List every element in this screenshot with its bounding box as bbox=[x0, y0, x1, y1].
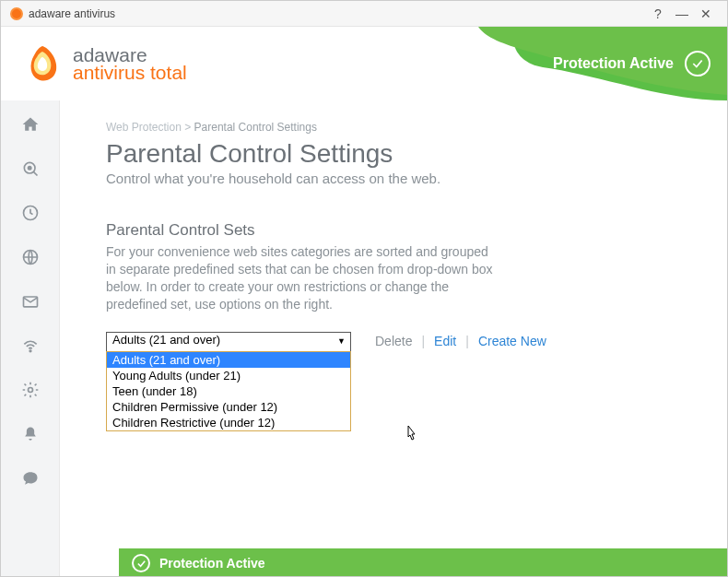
app-icon bbox=[10, 7, 23, 20]
logo-icon bbox=[21, 42, 64, 85]
sets-title: Parental Control Sets bbox=[106, 221, 681, 240]
help-button[interactable]: ? bbox=[646, 6, 670, 21]
preset-dropdown[interactable]: Adults (21 and over) Adults (21 and over… bbox=[106, 332, 351, 352]
delete-action[interactable]: Delete bbox=[375, 334, 412, 348]
sidebar bbox=[1, 100, 60, 577]
brand-line2: antivirus total bbox=[73, 63, 187, 82]
action-sep-1: | bbox=[421, 334, 425, 348]
minimize-button[interactable]: — bbox=[670, 6, 694, 21]
sets-section: Parental Control Sets For your convenien… bbox=[106, 221, 681, 352]
breadcrumb-parent[interactable]: Web Protection bbox=[106, 121, 182, 134]
clock-icon[interactable] bbox=[21, 204, 40, 222]
checkmark-icon bbox=[132, 554, 150, 572]
dropdown-option-0[interactable]: Adults (21 and over) bbox=[107, 352, 350, 368]
page-title: Parental Control Settings bbox=[106, 139, 681, 169]
preset-actions: Delete | Edit | Create New bbox=[375, 334, 546, 348]
action-sep-2: | bbox=[465, 334, 469, 348]
svg-line-1 bbox=[33, 171, 37, 175]
checkmark-icon bbox=[685, 51, 710, 77]
dropdown-option-2[interactable]: Teen (under 18) bbox=[107, 383, 350, 399]
content-area: Web Protection > Parental Control Settin… bbox=[60, 100, 727, 577]
edit-action[interactable]: Edit bbox=[434, 334, 456, 348]
close-button[interactable]: ✕ bbox=[694, 6, 718, 21]
footer-status-label: Protection Active bbox=[159, 556, 265, 571]
page-subtitle: Control what you're household can access… bbox=[106, 171, 681, 186]
svg-point-2 bbox=[28, 167, 30, 170]
svg-point-7 bbox=[28, 388, 32, 393]
dropdown-list: Adults (21 and over) Young Adults (under… bbox=[106, 351, 351, 431]
svg-point-6 bbox=[29, 350, 31, 352]
breadcrumb-sep: > bbox=[184, 121, 191, 134]
chat-icon[interactable] bbox=[21, 469, 40, 488]
controls-row: Adults (21 and over) Adults (21 and over… bbox=[106, 332, 681, 352]
title-bar: adaware antivirus ? — ✕ bbox=[1, 1, 727, 27]
dropdown-button[interactable]: Adults (21 and over) bbox=[106, 332, 351, 352]
home-icon[interactable] bbox=[21, 115, 40, 134]
create-new-action[interactable]: Create New bbox=[478, 334, 546, 348]
protection-status-header: Protection Active bbox=[553, 51, 710, 77]
window-title: adaware antivirus bbox=[29, 7, 115, 20]
dropdown-option-1[interactable]: Young Adults (under 21) bbox=[107, 368, 350, 383]
sets-desc: For your convenience web sites categorie… bbox=[106, 243, 493, 313]
settings-icon[interactable] bbox=[21, 381, 40, 399]
dropdown-option-4[interactable]: Children Restrictive (under 12) bbox=[107, 415, 350, 430]
footer-status: Protection Active bbox=[119, 548, 727, 577]
globe-icon[interactable] bbox=[21, 248, 40, 266]
wifi-icon[interactable] bbox=[21, 336, 40, 355]
breadcrumb: Web Protection > Parental Control Settin… bbox=[106, 121, 681, 134]
header: adaware antivirus total Protection Activ… bbox=[1, 27, 727, 100]
cursor-pointer-icon bbox=[401, 423, 421, 449]
mail-icon[interactable] bbox=[21, 292, 40, 311]
bell-icon[interactable] bbox=[21, 425, 40, 443]
scan-icon[interactable] bbox=[21, 159, 40, 178]
logo-text: adaware antivirus total bbox=[73, 45, 187, 82]
breadcrumb-current: Parental Control Settings bbox=[194, 121, 317, 134]
protection-status-label: Protection Active bbox=[553, 55, 674, 72]
dropdown-option-3[interactable]: Children Permissive (under 12) bbox=[107, 399, 350, 415]
